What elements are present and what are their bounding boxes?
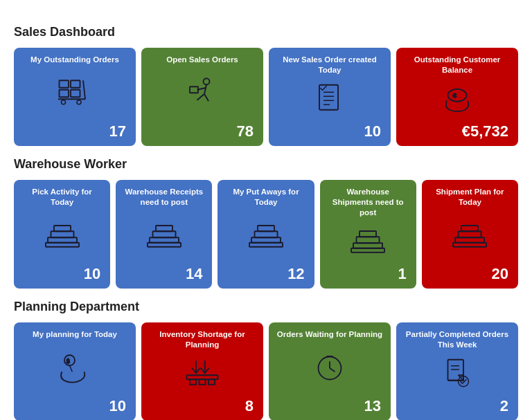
svg-rect-33 — [353, 243, 382, 248]
checklist2-icon — [403, 350, 511, 397]
planning-title: Planning Department — [14, 300, 518, 314]
card-label: Open Sales Orders — [148, 55, 256, 65]
card-inventory-shortage[interactable]: Inventory Shortage for Planning 8 — [141, 322, 263, 420]
card-value: 13 — [276, 397, 384, 415]
svg-rect-25 — [150, 237, 179, 243]
card-value: 17 — [21, 122, 129, 140]
money-hand-icon: € — [403, 75, 511, 122]
card-label: My Outstanding Orders — [21, 55, 129, 65]
card-new-sales[interactable]: New Sales Order created Today 10 — [269, 48, 391, 146]
card-label: Warehouse Shipments need to post — [327, 187, 409, 218]
svg-point-8 — [204, 79, 210, 85]
card-warehouse-shipments[interactable]: Warehouse Shipments need to post 1 — [320, 180, 416, 289]
svg-rect-37 — [455, 237, 484, 243]
checklist-icon — [276, 75, 384, 122]
card-outstanding-balance[interactable]: Outstanding Customer Balance € €5,732 — [396, 48, 518, 146]
svg-text:$: $ — [66, 358, 70, 365]
svg-line-10 — [197, 94, 205, 100]
card-partially-completed[interactable]: Partially Completed Orders This Week 2 — [396, 322, 518, 420]
svg-rect-21 — [48, 237, 77, 243]
stack2-icon — [123, 208, 205, 265]
card-value: 10 — [21, 397, 129, 415]
warehouse-title: Warehouse Worker — [14, 157, 518, 172]
svg-rect-27 — [156, 226, 172, 231]
svg-line-43 — [70, 365, 73, 372]
svg-line-52 — [330, 368, 335, 372]
sales-title: Sales Dashboard — [14, 25, 518, 39]
stack-icon — [21, 208, 103, 265]
card-label: Partially Completed Orders This Week — [403, 329, 511, 350]
svg-rect-29 — [251, 237, 281, 243]
svg-rect-30 — [255, 231, 278, 237]
clock-box-icon — [276, 340, 384, 397]
svg-rect-34 — [357, 237, 380, 243]
card-value: €5,732 — [403, 122, 511, 140]
svg-rect-14 — [319, 85, 338, 110]
card-warehouse-receipts[interactable]: Warehouse Receipts need to post 14 — [116, 180, 212, 289]
svg-rect-36 — [351, 248, 384, 252]
stack4-icon — [327, 218, 409, 265]
card-label: New Sales Order created Today — [276, 55, 384, 75]
svg-rect-3 — [71, 90, 80, 98]
svg-rect-31 — [258, 226, 274, 231]
svg-rect-28 — [148, 243, 181, 247]
svg-line-9 — [204, 85, 206, 95]
svg-rect-23 — [54, 226, 71, 231]
card-my-planning[interactable]: My planning for Today $ 10 — [14, 322, 136, 420]
svg-rect-0 — [60, 81, 69, 89]
svg-point-6 — [62, 100, 66, 104]
svg-rect-38 — [459, 231, 481, 237]
svg-text:€: € — [453, 92, 456, 99]
card-orders-waiting[interactable]: Orders Waiting for Planning 13 — [269, 322, 391, 420]
card-label: Warehouse Receipts need to post — [123, 187, 205, 208]
card-label: Inventory Shortage for Planning — [148, 329, 256, 350]
sales-card-row: My Outstanding Orders 17 Open Sales Orde — [14, 48, 518, 146]
svg-rect-2 — [71, 81, 80, 89]
card-value: 20 — [429, 265, 511, 283]
card-outstanding-orders[interactable]: My Outstanding Orders 17 — [14, 48, 136, 146]
svg-rect-45 — [190, 379, 196, 385]
card-value: 14 — [123, 265, 205, 283]
card-value: 2 — [403, 397, 511, 415]
warehouse-section: Warehouse Worker Pick Activity for Today… — [14, 157, 518, 289]
pallet-down-icon — [148, 350, 256, 397]
svg-point-19 — [448, 89, 467, 102]
runner-icon — [148, 65, 256, 122]
money-plant-icon: $ — [21, 340, 129, 397]
card-label: My Put Aways for Today — [224, 187, 307, 208]
card-put-aways[interactable]: My Put Aways for Today 12 — [218, 180, 314, 289]
card-value: 10 — [276, 122, 384, 140]
svg-rect-13 — [190, 87, 198, 93]
sales-section: Sales Dashboard My Outstanding Orders 17 — [14, 25, 518, 146]
card-label: Orders Waiting for Planning — [276, 329, 384, 340]
card-value: 12 — [224, 265, 307, 283]
card-value: 8 — [148, 397, 256, 415]
svg-rect-32 — [249, 243, 283, 247]
planning-card-row: My planning for Today $ 10 Inventory Sho… — [14, 322, 518, 420]
stack5-icon — [429, 208, 511, 265]
card-value: 10 — [21, 265, 103, 283]
svg-rect-40 — [453, 243, 486, 247]
svg-rect-24 — [46, 243, 79, 247]
svg-point-7 — [77, 100, 81, 104]
card-label: Pick Activity for Today — [21, 187, 103, 208]
card-label: My planning for Today — [21, 329, 129, 340]
svg-rect-47 — [209, 379, 215, 385]
cart-icon — [21, 65, 129, 122]
svg-line-11 — [204, 94, 209, 102]
planning-section: Planning Department My planning for Toda… — [14, 300, 518, 420]
card-pick-activity[interactable]: Pick Activity for Today 10 — [14, 180, 110, 289]
card-value: 1 — [327, 265, 409, 283]
svg-rect-22 — [51, 231, 73, 237]
warehouse-card-row: Pick Activity for Today 10 Warehouse Rec… — [14, 180, 518, 289]
svg-rect-35 — [360, 231, 376, 237]
svg-rect-26 — [152, 231, 175, 237]
svg-rect-1 — [60, 90, 69, 98]
stack3-icon — [224, 208, 307, 265]
card-open-sales[interactable]: Open Sales Orders 78 — [141, 48, 263, 146]
svg-line-5 — [83, 81, 85, 100]
card-shipment-plan[interactable]: Shipment Plan for Today 20 — [422, 180, 518, 289]
card-label: Outstanding Customer Balance — [403, 55, 511, 75]
svg-rect-46 — [200, 379, 206, 385]
card-value: 78 — [148, 122, 256, 140]
